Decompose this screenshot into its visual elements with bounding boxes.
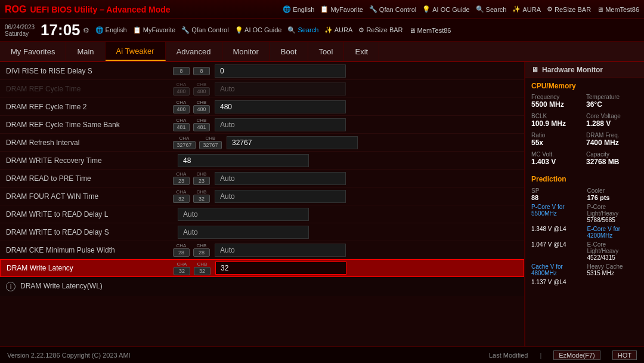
nav-boot[interactable]: Boot [270, 42, 308, 61]
monitor-icon: 🖥 [531, 66, 538, 74]
chip-cha-divi: 8 [173, 67, 190, 75]
chip-cha-label-3: CHA [177, 118, 187, 123]
pred-pcore-v-label: P-Core V for 5500MHz [531, 204, 583, 223]
tool-myfavorite[interactable]: 📋 MyFavorite [320, 5, 363, 13]
nav-ai-tweaker[interactable]: Ai Tweaker [106, 42, 166, 61]
nav-tool[interactable]: Tool [308, 42, 345, 61]
chip-cha-label-4: CHA [179, 136, 190, 141]
nav-exit[interactable]: Exit [344, 42, 379, 61]
pred-sp-label: SP 88 [531, 187, 583, 201]
row-value-dram-cke[interactable]: Auto [215, 244, 346, 257]
nav-bar: My Favorites Main Ai Tweaker Advanced Mo… [0, 42, 644, 62]
day-display: Saturday [5, 30, 35, 37]
row-value-dram-ref-same[interactable]: Auto [215, 118, 346, 131]
tool-search[interactable]: 🔍 Search [476, 5, 507, 13]
chip-chb-divi: 8 [193, 67, 210, 75]
row-value-dram-wr-dl[interactable]: Auto [178, 208, 309, 221]
row-dram-four-act[interactable]: DRAM FOUR ACT WIN Time CHA 32 CHB 32 Aut… [0, 187, 524, 205]
tool-qfan-dt[interactable]: 🔧 Qfan Control [181, 26, 228, 34]
chip-cha-label-1: CHA [177, 82, 187, 87]
chip-chb-label-2: CHB [197, 100, 207, 105]
row-value-dram-read-pre[interactable]: Auto [215, 172, 346, 185]
chip-chb-label-10: CHB [197, 243, 207, 248]
row-dram-ref-cycle-2[interactable]: DRAM REF Cycle Time 2 CHA 480 CHB 480 48… [0, 98, 524, 116]
pred-ecore-lh-label: E-Core Light/Heavy 4522/4315 [587, 241, 639, 261]
nav-my-favorites[interactable]: My Favorites [0, 42, 66, 61]
chip-cha-6: 23 [173, 177, 190, 185]
tool-mem-dt[interactable]: 🖥 MemTest86 [409, 27, 451, 34]
ez-mode-button[interactable]: EzMode(F7) [553, 350, 600, 360]
last-modified-label: Last Modified [489, 352, 528, 359]
row-value-dram-refresh[interactable]: 32767 [227, 136, 358, 149]
row-value-dram-write-rec[interactable]: 48 [178, 154, 309, 167]
row-value-dram-ref-2[interactable]: 480 [215, 100, 346, 113]
tool-english-dt[interactable]: 🌐 English [95, 26, 127, 34]
tool-qfan[interactable]: 🔧 Qfan Control [369, 5, 416, 13]
row-label-dram-refresh: DRAM Refresh Interval [6, 139, 173, 147]
tool-aura[interactable]: ✨ AURA [512, 5, 541, 13]
row-dram-wr-ds[interactable]: DRAM WRITE to READ Delay S Auto [0, 223, 524, 241]
row-label-dram-read-pre: DRAM READ to PRE Time [6, 174, 173, 183]
nav-monitor[interactable]: Monitor [222, 42, 270, 61]
hotkeys-button[interactable]: HOT [612, 350, 637, 360]
tool-aura-dt[interactable]: ✨ AURA [324, 26, 352, 34]
chip-chb-label-1: CHB [197, 82, 207, 87]
chip-cha-3: 481 [173, 123, 190, 131]
nav-advanced[interactable]: Advanced [166, 42, 222, 61]
row-dram-ref-same[interactable]: DRAM REF Cycle Time Same Bank CHA 481 CH… [0, 116, 524, 134]
nav-main[interactable]: Main [66, 42, 105, 61]
chip-chb-label-4: CHB [206, 136, 216, 141]
datetime-tools: 🌐 English 📋 MyFavorite 🔧 Qfan Control 💡 … [95, 26, 451, 34]
chip-cha-11: 32 [174, 267, 190, 275]
settings-gear-icon[interactable]: ⚙ [83, 26, 89, 35]
time-display: 17:05 [41, 21, 80, 39]
row-dram-ref-cycle[interactable]: DRAM REF Cycle Time CHA 480 CHB 480 Auto [0, 80, 524, 98]
stat-mc-volt: MC Volt. 1.403 V [530, 149, 584, 168]
row-value-divi[interactable]: 0 [215, 64, 346, 78]
row-value-dram-wl[interactable]: 32 [215, 262, 346, 275]
row-value-dram-wr-ds[interactable]: Auto [178, 226, 309, 239]
stat-ratio: Ratio 55x [530, 130, 584, 149]
chip-cha-label-2: CHA [177, 100, 187, 105]
row-value-dram-ref[interactable]: Auto [215, 82, 346, 96]
cpu-memory-title: CPU/Memory [525, 78, 644, 92]
row-dram-cke[interactable]: DRAM CKE Minimum Pulse Width CHA 28 CHB … [0, 241, 524, 259]
row-dram-write-recovery[interactable]: DRAM WRITE Recovery Time 48 [0, 152, 524, 170]
tool-aioc-dt[interactable]: 💡 AI OC Guide [235, 26, 282, 34]
top-tools: 🌐 English 📋 MyFavorite 🔧 Qfan Control 💡 … [283, 5, 639, 13]
tool-english[interactable]: 🌐 English [283, 5, 314, 13]
row-dram-refresh[interactable]: DRAM Refresh Interval CHA 32767 CHB 3276… [0, 134, 524, 152]
tool-aioc[interactable]: 💡 AI OC Guide [422, 5, 469, 13]
stat-temperature: Temperature 36°C [585, 92, 639, 110]
row-dram-write-latency[interactable]: DRAM Write Latency CHA 32 CHB 32 32 [0, 259, 524, 277]
chip-chb-4: 32767 [199, 141, 222, 149]
pred-pcore-lh-label: P-Core Light/Heavy 5788/5685 [587, 204, 639, 223]
info-icon: i [6, 282, 16, 291]
top-bar: ROG UEFI BIOS Utility – Advanced Mode 🌐 … [0, 0, 644, 19]
chip-cha-1: 480 [173, 87, 190, 96]
chip-cha-10: 28 [173, 248, 190, 257]
row-chips-dram-ref-2: CHA 480 CHB 480 [173, 100, 210, 113]
chip-chb-1: 480 [193, 87, 210, 96]
row-chips-divi: 8 8 [173, 67, 210, 75]
chip-chb-10: 28 [193, 248, 210, 257]
row-dram-read-pre[interactable]: DRAM READ to PRE Time CHA 23 CHB 23 Auto [0, 170, 524, 187]
row-divi-rise[interactable]: DIVI RISE to RISE Delay S 8 8 0 [0, 62, 524, 80]
tool-memtest[interactable]: 🖥 MemTest86 [597, 6, 639, 13]
chip-chb-label-11: CHB [197, 262, 208, 267]
tool-search-dt[interactable]: 🔍 Search [287, 26, 318, 34]
pred-cooler-label: Cooler 176 pts [587, 187, 639, 201]
info-row: i DRAM Write Latency(WL) [0, 277, 524, 296]
row-chips-dram-wl: CHA 32 CHB 32 [174, 262, 210, 275]
row-label-dram-wl: DRAM Write Latency [7, 264, 174, 272]
tool-resizebar[interactable]: ⚙ ReSize BAR [547, 5, 591, 13]
tool-resize-dt[interactable]: ⚙ ReSize BAR [358, 26, 402, 34]
tool-myfav-dt[interactable]: 📋 MyFavorite [133, 26, 175, 34]
version-text: Version 2.22.1286 Copyright (C) 2023 AMI [7, 352, 131, 359]
info-text: DRAM Write Latency(WL) [20, 282, 103, 290]
row-label-dram-write-rec: DRAM WRITE Recovery Time [6, 156, 173, 165]
row-value-dram-four[interactable]: Auto [215, 190, 346, 203]
row-dram-wr-dl[interactable]: DRAM WRITE to READ Delay L Auto [0, 205, 524, 223]
chip-chb-2: 480 [193, 105, 210, 113]
chip-cha-label-11: CHA [177, 262, 187, 267]
